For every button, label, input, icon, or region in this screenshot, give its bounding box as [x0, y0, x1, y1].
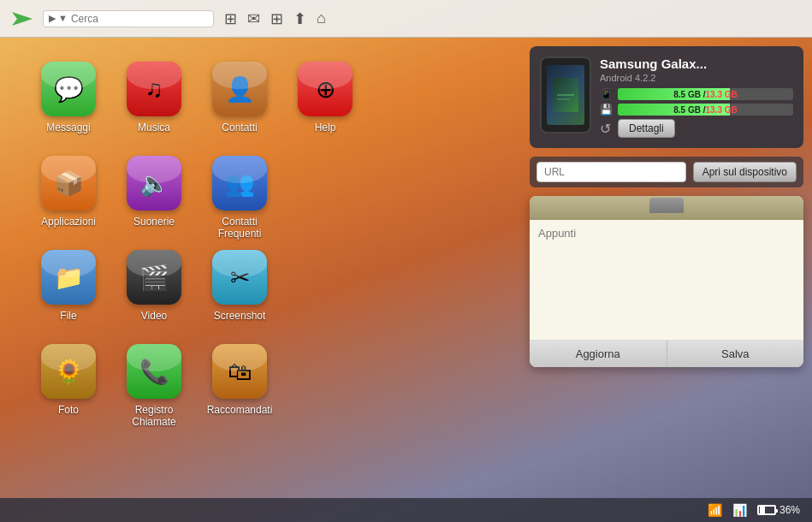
- battery-icon: [757, 505, 776, 515]
- app-item-file[interactable]: 📁File: [26, 243, 111, 337]
- app-item-applicazioni[interactable]: 📦Applicazioni: [26, 149, 111, 243]
- app-item-registro-chiamate[interactable]: 📞Registro Chiamate: [111, 337, 197, 431]
- battery-percent: 36%: [779, 504, 800, 516]
- app-grid: 💬Messaggi♫Musica👤Contatti⊕Help📦Applicazi…: [0, 38, 394, 522]
- app-label-file: File: [60, 310, 76, 322]
- notes-footer: Aggiorna Salva: [530, 341, 803, 367]
- details-button[interactable]: Dettagli: [618, 119, 675, 138]
- app-icon-musica: ♫: [127, 62, 181, 116]
- app-logo[interactable]: [9, 5, 36, 33]
- app-icon-contatti: 👤: [212, 62, 267, 116]
- app-icon-applicazioni: 📦: [41, 156, 96, 211]
- apps-icon[interactable]: ⊞: [270, 9, 283, 28]
- top-bar: ▶ ▼ ⊞ ✉ ⊞ ⬆ ⌂: [0, 0, 812, 38]
- battery-indicator: 36%: [757, 504, 800, 516]
- app-item-empty3: [282, 337, 368, 431]
- open-device-button[interactable]: Apri sul dispositivo: [693, 162, 797, 182]
- main-area: 💬Messaggi♫Musica👤Contatti⊕Help📦Applicazi…: [0, 38, 812, 522]
- app-label-help: Help: [315, 122, 336, 133]
- app-item-help[interactable]: ⊕Help: [282, 55, 368, 149]
- message-icon[interactable]: ✉: [247, 9, 260, 28]
- app-label-suonerie: Suonerie: [133, 216, 175, 228]
- notes-textarea[interactable]: [538, 227, 795, 329]
- grid-icon[interactable]: ⊞: [224, 9, 237, 28]
- toolbar-icons: ⊞ ✉ ⊞ ⬆ ⌂: [224, 9, 326, 28]
- storage-bar-2-text: 8.5 GB / 13.3 GB: [618, 104, 793, 116]
- signal-icon: 📊: [732, 503, 747, 517]
- url-input[interactable]: [536, 162, 686, 182]
- app-label-screenshot: Screenshot: [214, 310, 266, 322]
- app-item-contatti-frequenti[interactable]: 👥Contatti Frequenti: [197, 149, 282, 243]
- device-card: Samsung Galax... Android 4.2.2 📱 8.5 GB …: [530, 46, 803, 148]
- device-info: Samsung Galax... Android 4.2.2 📱 8.5 GB …: [600, 56, 793, 138]
- storage-bar-2-row: 💾 8.5 GB / 13.3 GB: [600, 104, 793, 116]
- app-icon-contatti-frequenti: 👥: [212, 156, 267, 211]
- device-actions: ↺ Dettagli: [600, 119, 793, 138]
- app-icon-screenshot: ✂: [212, 250, 267, 305]
- device-os: Android 4.2.2: [600, 73, 793, 83]
- search-area: ▶ ▼: [43, 10, 214, 27]
- refresh-icon[interactable]: ↺: [600, 121, 611, 137]
- app-label-applicazioni: Applicazioni: [41, 216, 96, 228]
- app-icon-registro-chiamate: 📞: [127, 344, 181, 399]
- notes-card: Aggiorna Salva: [530, 196, 803, 367]
- search-dropdown-icon: ▶ ▼: [49, 13, 68, 24]
- wifi-icon: 📶: [708, 503, 722, 517]
- app-label-musica: Musica: [138, 122, 170, 133]
- app-item-musica[interactable]: ♫Musica: [111, 55, 197, 149]
- app-label-video: Video: [141, 310, 167, 322]
- app-icon-file: 📁: [41, 250, 96, 305]
- app-icon-messaggi: 💬: [41, 62, 96, 116]
- storage2-icon: 💾: [600, 104, 613, 116]
- app-item-empty1: [282, 149, 368, 243]
- upload-icon[interactable]: ⬆: [293, 9, 306, 28]
- battery-fill: [760, 507, 765, 513]
- storage-bar-1: 8.5 GB / 13.3 GB: [618, 88, 793, 100]
- app-item-foto[interactable]: 🌻Foto: [26, 337, 111, 431]
- url-bar-row: Apri sul dispositivo: [530, 157, 803, 187]
- home-icon[interactable]: ⌂: [317, 9, 326, 27]
- app-label-messaggi: Messaggi: [46, 122, 90, 133]
- app-label-foto: Foto: [58, 404, 79, 416]
- notes-clip: [649, 198, 684, 213]
- app-item-empty2: [282, 243, 368, 337]
- app-item-screenshot[interactable]: ✂Screenshot: [197, 243, 282, 337]
- app-item-suonerie[interactable]: 🔈Suonerie: [111, 149, 197, 243]
- app-icon-foto: 🌻: [41, 344, 96, 399]
- app-label-contatti-frequenti: Contatti Frequenti: [218, 216, 262, 240]
- app-label-raccomandati: Raccomandati: [207, 404, 273, 416]
- storage-bar-2: 8.5 GB / 13.3 GB: [618, 104, 793, 116]
- svg-marker-0: [12, 12, 33, 26]
- notes-body: [530, 220, 803, 341]
- device-phone-image: [540, 56, 591, 133]
- app-item-contatti[interactable]: 👤Contatti: [197, 55, 282, 149]
- app-item-raccomandati[interactable]: 🛍Raccomandati: [197, 337, 282, 431]
- app-label-registro-chiamate: Registro Chiamate: [132, 404, 175, 429]
- app-icon-video: 🎬: [127, 250, 181, 305]
- notes-save-button[interactable]: Salva: [667, 341, 804, 367]
- storage-bar-1-text: 8.5 GB / 13.3 GB: [618, 88, 793, 100]
- app-item-messaggi[interactable]: 💬Messaggi: [26, 55, 111, 149]
- app-item-video[interactable]: 🎬Video: [111, 243, 197, 337]
- app-icon-raccomandati: 🛍: [212, 344, 267, 399]
- app-label-contatti: Contatti: [222, 122, 257, 133]
- app-icon-suonerie: 🔈: [127, 156, 181, 211]
- storage1-highlight: 13.3 GB: [706, 90, 738, 99]
- storage1-icon: 📱: [600, 88, 613, 100]
- notes-update-button[interactable]: Aggiorna: [530, 341, 667, 367]
- search-input[interactable]: [71, 13, 182, 25]
- storage-bar-1-row: 📱 8.5 GB / 13.3 GB: [600, 88, 793, 100]
- notes-top: [530, 196, 803, 220]
- storage2-highlight: 13.3 GB: [706, 105, 738, 115]
- right-panel: Samsung Galax... Android 4.2.2 📱 8.5 GB …: [530, 46, 803, 367]
- device-phone-screen: [547, 65, 584, 125]
- status-bar: 📶 📊 36%: [0, 498, 812, 522]
- app-icon-help: ⊕: [298, 62, 353, 116]
- device-name: Samsung Galax...: [600, 56, 793, 71]
